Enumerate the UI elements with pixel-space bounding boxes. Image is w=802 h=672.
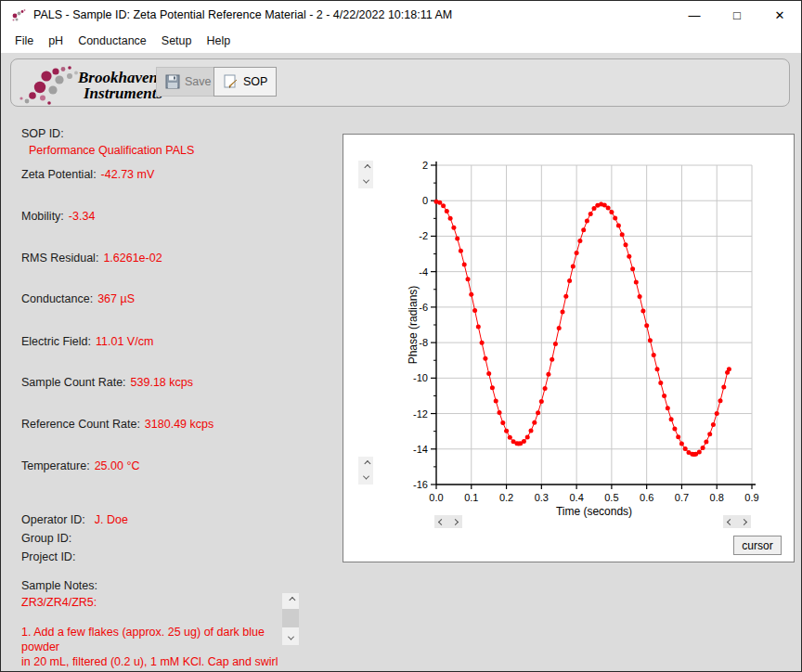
electric-field-label: Electric Field:	[21, 335, 91, 348]
svg-text:0.6: 0.6	[640, 492, 653, 503]
menu-conductance[interactable]: Conductance	[71, 31, 154, 51]
temperature-row: Temperature:25.00 °C	[21, 459, 139, 472]
spin-down-button[interactable]	[358, 174, 373, 188]
svg-text:0.7: 0.7	[675, 492, 689, 503]
conductance-row: Conductance:367 µS	[21, 292, 135, 305]
x-axis-right-nav[interactable]	[723, 515, 751, 528]
minimize-button[interactable]: —	[673, 1, 716, 29]
brookhaven-logo: Brookhaven Instruments	[19, 62, 167, 105]
operator-id-label: Operator ID:	[21, 513, 85, 526]
pencil-document-icon	[223, 74, 239, 90]
electric-field-value: 11.01 V/cm	[96, 335, 153, 348]
y-axis-upper-spinner[interactable]	[358, 161, 373, 188]
electric-field-row: Electric Field:11.01 V/cm	[21, 335, 153, 348]
x-axis-left-nav[interactable]	[434, 515, 462, 528]
nav-left-button[interactable]	[434, 515, 448, 528]
title-bar: PALS - Sample ID: Zeta Potential Referen…	[1, 1, 801, 29]
reference-count-rate-label: Reference Count Rate:	[21, 418, 140, 431]
scroll-down-button[interactable]	[282, 631, 299, 645]
mobility-label: Mobility:	[21, 210, 64, 223]
chevron-left-icon	[727, 518, 733, 524]
svg-text:2: 2	[422, 160, 428, 171]
svg-text:-10: -10	[413, 372, 428, 383]
spin-up-button[interactable]	[358, 457, 373, 471]
app-window: PALS - Sample ID: Zeta Potential Referen…	[0, 0, 802, 672]
temperature-value: 25.00 °C	[95, 459, 140, 472]
svg-text:-2: -2	[419, 230, 428, 241]
app-logo-icon	[11, 7, 26, 22]
sop-button[interactable]: SOP	[213, 67, 277, 97]
svg-text:-8: -8	[419, 337, 428, 348]
rms-residual-label: RMS Residual:	[21, 252, 98, 265]
chevron-down-icon	[362, 177, 369, 184]
note-line: ZR3/ZR4/ZR5:	[21, 595, 279, 610]
chevron-down-icon	[287, 634, 293, 640]
floppy-disk-icon	[165, 74, 180, 89]
project-id-row: Project ID:	[21, 550, 80, 563]
sample-notes-header: Sample Notes:	[21, 579, 97, 592]
notes-scrollbar[interactable]	[282, 593, 299, 645]
svg-text:0.8: 0.8	[710, 492, 724, 503]
scroll-up-button[interactable]	[282, 593, 299, 607]
save-button[interactable]: Save	[156, 67, 221, 97]
svg-text:-4: -4	[419, 266, 428, 278]
menu-help[interactable]: Help	[199, 31, 238, 51]
save-button-label: Save	[185, 75, 212, 88]
conductance-value: 367 µS	[97, 292, 135, 305]
sample-notes-label: Sample Notes:	[21, 579, 97, 592]
chevron-left-icon	[438, 518, 445, 524]
svg-text:-16: -16	[413, 479, 428, 490]
svg-text:Time (seconds): Time (seconds)	[556, 505, 632, 518]
toolbar-groupbox: Brookhaven Instruments Save SOP	[10, 58, 790, 107]
svg-text:-6: -6	[419, 302, 428, 313]
note-line: in 20 mL, filtered (0.2 u), 1 mM KCl. Ca…	[21, 654, 279, 672]
zeta-potential-value: -42.73 mV	[101, 168, 155, 181]
menu-ph[interactable]: pH	[41, 31, 71, 51]
rms-residual-value: 1.6261e-02	[103, 252, 162, 265]
svg-text:0.4: 0.4	[569, 492, 583, 503]
svg-text:Phase (radians): Phase (radians)	[407, 286, 420, 365]
svg-text:Instruments: Instruments	[83, 84, 162, 102]
svg-text:0: 0	[422, 195, 428, 206]
window-title: PALS - Sample ID: Zeta Potential Referen…	[33, 8, 452, 21]
y-axis-lower-spinner[interactable]	[358, 457, 373, 485]
menu-setup[interactable]: Setup	[154, 31, 200, 51]
rms-residual-row: RMS Residual:1.6261e-02	[21, 252, 162, 265]
nav-right-button[interactable]	[737, 515, 751, 528]
scrollbar-thumb[interactable]	[282, 609, 299, 627]
sample-count-rate-label: Sample Count Rate:	[21, 376, 126, 389]
sop-button-label: SOP	[243, 75, 267, 88]
svg-text:0.1: 0.1	[464, 492, 478, 503]
nav-right-button[interactable]	[448, 515, 462, 528]
menu-bar: File pH Conductance Setup Help	[1, 29, 801, 53]
operator-id-row: Operator ID:J. Doe	[21, 513, 128, 526]
maximize-button[interactable]: □	[716, 1, 758, 29]
note-line: 1. Add a few flakes (approx. 25 ug) of d…	[21, 625, 279, 654]
spin-up-button[interactable]	[358, 161, 373, 174]
operator-id-value: J. Doe	[95, 513, 128, 526]
close-button[interactable]: ✕	[758, 1, 801, 29]
svg-text:0.5: 0.5	[604, 492, 618, 503]
menu-file[interactable]: File	[7, 31, 41, 51]
phase-plot: 20-2-4-6-8-10-12-14-160.00.10.20.30.40.5…	[343, 135, 796, 563]
spin-down-button[interactable]	[358, 471, 373, 485]
sop-id-label: SOP ID:	[21, 127, 64, 140]
svg-text:0.3: 0.3	[535, 492, 549, 503]
nav-left-button[interactable]	[723, 515, 737, 528]
chevron-right-icon	[452, 518, 459, 524]
note-line	[21, 610, 279, 625]
conductance-label: Conductance:	[21, 292, 93, 305]
svg-text:-12: -12	[413, 408, 428, 420]
temperature-label: Temperature:	[21, 459, 90, 472]
chevron-up-icon	[289, 597, 295, 603]
svg-text:0.2: 0.2	[499, 492, 513, 503]
cursor-button[interactable]: cursor	[733, 536, 782, 555]
zeta-potential-row: Zeta Potential:-42.73 mV	[21, 168, 154, 181]
group-id-label: Group ID:	[21, 532, 71, 545]
zeta-potential-label: Zeta Potential:	[21, 168, 97, 181]
svg-text:0.0: 0.0	[429, 492, 443, 503]
sop-id-row: SOP ID:	[21, 127, 64, 140]
toolbar: Brookhaven Instruments Save SOP	[1, 53, 801, 114]
chevron-up-icon	[364, 164, 370, 171]
sample-count-rate-value: 539.18 kcps	[131, 376, 193, 389]
